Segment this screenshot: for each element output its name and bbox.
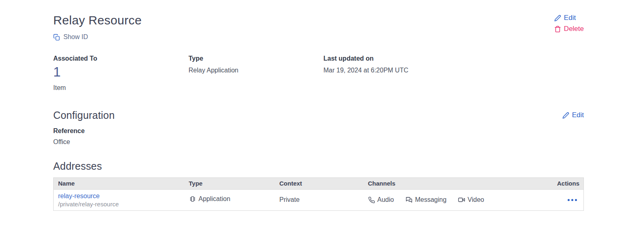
- pencil-icon: [554, 15, 561, 22]
- associated-to-unit: Item: [53, 84, 189, 92]
- show-id-label: Show ID: [63, 33, 88, 41]
- detail-type: Type Relay Application: [189, 55, 323, 92]
- addresses-table-header-row: Name Type Context Channels Actions: [54, 177, 584, 189]
- application-chip-icon: [189, 195, 196, 203]
- addresses-title: Addresses: [53, 160, 584, 172]
- address-type-value: Application: [199, 195, 230, 203]
- channel-video-label: Video: [468, 196, 484, 203]
- edit-configuration-button[interactable]: Edit: [562, 111, 584, 120]
- address-table-row: relay-resource /private/relay-resource: [54, 189, 584, 210]
- address-path: /private/relay-resource: [58, 201, 189, 208]
- pencil-icon: [562, 112, 569, 119]
- column-header-name: Name: [54, 177, 189, 189]
- type-label: Type: [189, 55, 323, 62]
- last-updated-label: Last updated on: [323, 55, 584, 62]
- trash-icon: [554, 26, 561, 33]
- channel-audio: Audio: [368, 196, 394, 203]
- addresses-table: Name Type Context Channels Actions relay…: [53, 177, 584, 211]
- column-header-channels: Channels: [368, 177, 556, 189]
- detail-last-updated: Last updated on Mar 19, 2024 at 6:20PM U…: [323, 55, 584, 92]
- configuration-title: Configuration: [53, 109, 115, 121]
- show-id-button[interactable]: Show ID: [53, 33, 88, 41]
- header-actions: Edit Delete: [554, 13, 584, 33]
- address-channels-cell: Audio Messaging: [368, 189, 556, 210]
- associated-to-count: 1: [53, 65, 189, 79]
- configuration-header: Configuration Edit: [53, 109, 584, 121]
- address-type-cell: Application: [189, 189, 280, 210]
- address-context-value: Private: [280, 196, 300, 203]
- page-title: Relay Resource: [53, 13, 142, 27]
- channel-video: Video: [458, 196, 484, 203]
- column-header-actions: Actions: [556, 177, 584, 189]
- channel-audio-label: Audio: [377, 196, 394, 203]
- associated-to-label: Associated To: [53, 55, 189, 62]
- last-updated-value: Mar 19, 2024 at 6:20PM UTC: [323, 67, 584, 74]
- phone-audio-icon: [368, 197, 375, 203]
- title-block: Relay Resource Show ID: [53, 13, 142, 42]
- edit-resource-label: Edit: [564, 13, 576, 22]
- column-header-type: Type: [189, 177, 280, 189]
- delete-resource-label: Delete: [564, 24, 584, 33]
- type-value: Relay Application: [189, 67, 323, 74]
- copy-icon: [53, 34, 60, 41]
- edit-configuration-label: Edit: [572, 111, 584, 120]
- detail-associated-to: Associated To 1 Item: [53, 55, 189, 92]
- more-horizontal-icon: [568, 199, 570, 201]
- reference-label: Reference: [53, 127, 584, 135]
- address-name-link[interactable]: relay-resource: [58, 192, 100, 200]
- channel-messaging: Messaging: [405, 196, 446, 203]
- details-row: Associated To 1 Item Type Relay Applicat…: [53, 55, 584, 92]
- address-actions-cell: [556, 189, 584, 210]
- reference-value: Office: [53, 138, 584, 146]
- chat-bubbles-icon: [405, 196, 412, 203]
- page-container: Relay Resource Show ID Edit: [53, 0, 584, 211]
- channel-messaging-label: Messaging: [415, 196, 446, 203]
- more-actions-button[interactable]: [566, 197, 579, 203]
- delete-resource-button[interactable]: Delete: [554, 24, 584, 33]
- video-camera-icon: [458, 196, 465, 203]
- edit-resource-button[interactable]: Edit: [554, 13, 576, 22]
- address-context-cell: Private: [280, 189, 368, 210]
- column-header-context: Context: [280, 177, 368, 189]
- address-name-cell: relay-resource /private/relay-resource: [54, 189, 189, 210]
- page-header: Relay Resource Show ID Edit: [53, 13, 584, 42]
